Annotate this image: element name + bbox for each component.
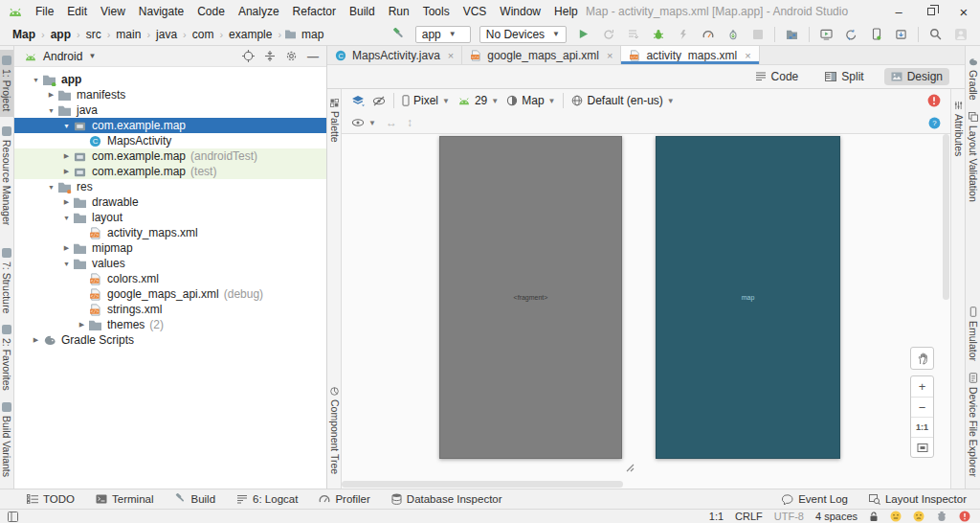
tree-item-drawable[interactable]: ▶ drawable bbox=[14, 194, 326, 210]
breadcrumb-com[interactable]: com bbox=[189, 28, 217, 41]
menu-build[interactable]: Build bbox=[343, 0, 382, 23]
expander-open-icon[interactable]: ▼ bbox=[45, 184, 57, 191]
tool-button-favorites[interactable]: 2: Favorites bbox=[0, 319, 13, 397]
close-tab-icon[interactable]: × bbox=[607, 50, 612, 61]
expander-open-icon[interactable]: ▼ bbox=[60, 215, 73, 221]
locale-picker[interactable]: Default (en-us)▼ bbox=[571, 94, 674, 107]
canvas-resize-handle[interactable] bbox=[624, 462, 635, 472]
menu-tools[interactable]: Tools bbox=[416, 0, 457, 23]
collapse-all-icon[interactable] bbox=[264, 50, 276, 62]
mode-split-button[interactable]: Split bbox=[818, 68, 870, 85]
locate-file-icon[interactable] bbox=[242, 50, 255, 62]
breadcrumb-map[interactable]: map bbox=[299, 28, 326, 41]
expander-open-icon[interactable]: ▼ bbox=[60, 123, 73, 129]
menu-run[interactable]: Run bbox=[382, 0, 416, 23]
happy-face-icon[interactable] bbox=[890, 511, 902, 522]
tree-item-app[interactable]: ▼ app bbox=[14, 72, 326, 87]
gradle-sync-icon[interactable] bbox=[843, 26, 859, 42]
tree-item-google-maps-api-xml[interactable]: </> google_maps_api.xml (debug) bbox=[14, 286, 326, 302]
breadcrumb-main[interactable]: main bbox=[113, 28, 144, 41]
tool-button-structure[interactable]: 7: Structure bbox=[0, 242, 13, 319]
help-icon[interactable]: ? bbox=[928, 117, 941, 129]
mode-design-button[interactable]: Design bbox=[884, 68, 949, 85]
component-tree-tab[interactable]: Component Tree bbox=[327, 383, 342, 478]
design-canvas[interactable]: <fragment> map bbox=[342, 134, 950, 489]
expander-open-icon[interactable]: ▼ bbox=[30, 77, 42, 83]
tool-window-switcher-icon[interactable] bbox=[8, 512, 18, 522]
hammer-make-project-icon[interactable] bbox=[390, 26, 407, 42]
expander-closed-icon[interactable]: ▶ bbox=[60, 168, 73, 175]
tree-item-themes[interactable]: ▶ themes (2) bbox=[14, 317, 326, 332]
search-icon[interactable] bbox=[927, 26, 944, 42]
close-button[interactable]: × bbox=[947, 0, 980, 23]
tool-button-build-variants[interactable]: Build Variants bbox=[0, 397, 13, 483]
api-version-picker[interactable]: 29▼ bbox=[457, 94, 499, 107]
tool-button-database-inspector[interactable]: Database Inspector bbox=[391, 493, 502, 505]
minimize-button[interactable]: – bbox=[882, 0, 915, 23]
layout-inspector-button[interactable]: Layout Inspector bbox=[869, 493, 967, 505]
design-view-fragment[interactable]: <fragment> bbox=[439, 136, 622, 459]
menu-navigate[interactable]: Navigate bbox=[132, 0, 190, 23]
tree-item-package-selected[interactable]: ▼ com.example.map bbox=[14, 118, 326, 133]
view-visibility-icon[interactable]: ▼ bbox=[351, 118, 376, 127]
device-manager-icon[interactable] bbox=[868, 26, 884, 42]
tree-item-package-androidtest[interactable]: ▶ com.example.map (androidTest) bbox=[14, 148, 326, 164]
menu-vcs[interactable]: VCS bbox=[457, 0, 494, 23]
lock-icon[interactable] bbox=[869, 512, 879, 522]
tool-button-device-file-explorer[interactable]: Device File Explorer bbox=[967, 367, 980, 483]
tab-activity-maps-xml[interactable]: </> activity_maps.xml × bbox=[621, 46, 759, 64]
tree-item-gradle-scripts[interactable]: ▶ Gradle Scripts bbox=[14, 332, 326, 348]
tool-button-logcat[interactable]: 6: Logcat bbox=[236, 493, 298, 505]
expander-closed-icon[interactable]: ▶ bbox=[30, 336, 42, 344]
menu-analyze[interactable]: Analyze bbox=[232, 0, 286, 23]
design-surface-icon[interactable] bbox=[351, 95, 365, 106]
tool-button-layout-validation[interactable]: Layout Validation bbox=[967, 106, 980, 208]
caret-position[interactable]: 1:1 bbox=[709, 511, 724, 522]
close-tab-icon[interactable]: × bbox=[448, 50, 454, 61]
expander-open-icon[interactable]: ▼ bbox=[60, 261, 73, 267]
tree-item-maps-activity[interactable]: C MapsActivity bbox=[14, 133, 326, 148]
expander-closed-icon[interactable]: ▶ bbox=[45, 91, 57, 99]
project-view-select[interactable]: Android bbox=[43, 50, 82, 63]
horizontal-scrollbar[interactable] bbox=[342, 481, 941, 488]
settings-gear-icon[interactable] bbox=[285, 50, 298, 62]
restore-button[interactable] bbox=[915, 0, 947, 23]
sdk-manager-icon[interactable] bbox=[893, 26, 909, 42]
tool-button-terminal[interactable]: Terminal bbox=[96, 493, 153, 505]
blueprint-view-map[interactable]: map bbox=[656, 136, 840, 459]
tool-button-resource-manager[interactable]: Resource Manager bbox=[0, 121, 13, 231]
expander-closed-icon[interactable]: ▶ bbox=[60, 198, 73, 206]
indent-setting[interactable]: 4 spaces bbox=[815, 511, 858, 522]
line-separator[interactable]: CRLF bbox=[735, 511, 763, 522]
theme-picker[interactable]: Map▼ bbox=[506, 94, 555, 107]
hide-panel-icon[interactable]: — bbox=[307, 50, 319, 63]
tab-maps-activity-java[interactable]: C MapsActivity.java × bbox=[327, 46, 462, 64]
tool-button-profiler[interactable]: Profiler bbox=[319, 493, 369, 505]
menu-window[interactable]: Window bbox=[493, 0, 547, 23]
tool-button-todo[interactable]: TODO bbox=[27, 493, 75, 505]
breadcrumb-src[interactable]: src bbox=[83, 28, 104, 41]
tree-item-layout[interactable]: ▼ layout bbox=[14, 210, 326, 225]
vertical-scrollbar[interactable] bbox=[943, 134, 949, 479]
expander-closed-icon[interactable]: ▶ bbox=[76, 321, 88, 329]
ide-updates-icon[interactable] bbox=[936, 511, 947, 522]
device-select[interactable]: No Devices▼ bbox=[479, 26, 567, 43]
expander-closed-icon[interactable]: ▶ bbox=[60, 152, 73, 160]
tool-button-emulator[interactable]: Emulator bbox=[967, 301, 980, 367]
tool-button-gradle[interactable]: Gradle bbox=[967, 52, 980, 106]
debug-button[interactable] bbox=[650, 26, 666, 42]
menu-help[interactable]: Help bbox=[547, 0, 585, 23]
mode-code-button[interactable]: Code bbox=[748, 68, 806, 85]
breadcrumb-java[interactable]: java bbox=[153, 28, 180, 41]
attach-debugger-icon[interactable] bbox=[724, 26, 741, 42]
profiler-button[interactable] bbox=[700, 26, 716, 42]
device-picker[interactable]: Pixel▼ bbox=[402, 94, 450, 107]
breadcrumb-example[interactable]: example bbox=[226, 28, 275, 41]
zoom-in-button[interactable]: + bbox=[911, 376, 933, 397]
expander-closed-icon[interactable]: ▶ bbox=[60, 244, 73, 252]
run-button[interactable] bbox=[575, 26, 591, 42]
tree-item-values[interactable]: ▼ values bbox=[14, 256, 326, 271]
run-configuration-select[interactable]: app▼ bbox=[415, 26, 471, 43]
tab-google-maps-api-xml[interactable]: </> google_maps_api.xml × bbox=[462, 46, 621, 64]
zoom-to-fit-icon[interactable] bbox=[911, 437, 933, 457]
